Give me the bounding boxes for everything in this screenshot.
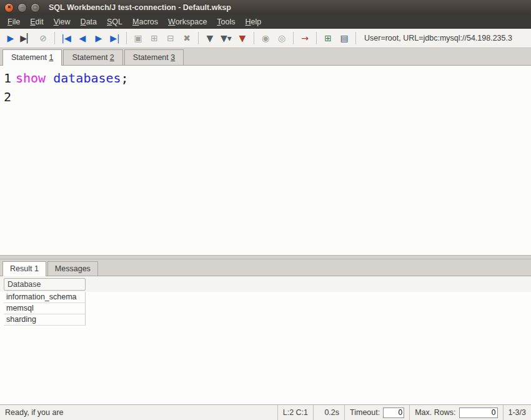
minimize-button[interactable]: – xyxy=(17,3,27,12)
timeout-input[interactable] xyxy=(383,408,404,418)
table-cell[interactable]: information_schema xyxy=(4,292,86,303)
execute-all-button[interactable]: ▶▏ xyxy=(19,31,35,46)
menu-tools[interactable]: Tools xyxy=(212,16,240,28)
max-rows-section: Max. Rows: xyxy=(409,405,502,420)
execute-all-icon: ▶▏ xyxy=(20,34,34,42)
maximize-button[interactable]: ▢ xyxy=(31,3,40,12)
editor-line: 1show databases; xyxy=(0,69,531,88)
menu-help[interactable]: Help xyxy=(241,16,267,28)
toolbar-separator xyxy=(126,32,127,44)
toolbar-separator xyxy=(254,32,254,44)
status-message: Ready, if you are xyxy=(0,405,277,420)
code-token-identifier: databases xyxy=(53,71,121,86)
menu-sql[interactable]: SQL xyxy=(102,16,127,28)
result-tabbar: Result 1Messages xyxy=(0,259,531,276)
execute-statement-button[interactable]: ▶ xyxy=(2,31,19,46)
cancel-execution-icon: ⊘ xyxy=(39,34,47,42)
editor-lines: 1show databases;2 xyxy=(0,69,531,106)
result-table: Database information_schemamemsqlshardin… xyxy=(0,276,531,404)
save-changes-icon: ▣ xyxy=(134,34,142,42)
copy-row-button[interactable]: ⊟ xyxy=(162,31,179,46)
statement-tabbar: Statement 1Statement 2Statement 3 xyxy=(0,48,531,66)
tab-statement-3[interactable]: Statement 3 xyxy=(124,49,184,65)
first-row-button[interactable]: |◀ xyxy=(58,31,74,46)
title-bar: ✖ – ▢ SQL Workbench/J test-connection - … xyxy=(0,0,531,15)
toolbar-separator xyxy=(54,32,55,44)
menu-view[interactable]: View xyxy=(49,16,76,28)
filter-dropdown-icon: ▼▾ xyxy=(221,34,232,42)
tab-statement-1[interactable]: Statement 1 xyxy=(2,49,62,66)
commit-icon: ◉ xyxy=(262,34,269,42)
last-row-button[interactable]: ▶| xyxy=(107,31,123,46)
menu-workspace[interactable]: Workspace xyxy=(163,16,212,28)
menu-macros[interactable]: Macros xyxy=(127,16,163,28)
maximize-icon: ▢ xyxy=(33,5,38,10)
max-rows-label: Max. Rows: xyxy=(415,408,455,417)
database-explorer-icon: ▤ xyxy=(340,34,348,42)
commit-button[interactable]: ◉ xyxy=(257,31,274,46)
first-row-icon: |◀ xyxy=(61,34,71,42)
execute-statement-icon: ▶ xyxy=(7,34,14,42)
previous-row-button[interactable]: ◀ xyxy=(74,31,91,46)
result-table-header: Database xyxy=(0,276,531,292)
timeout-label: Timeout: xyxy=(350,408,380,417)
toolbar-buttons: ▶▶▏⊘|◀◀▶▶|▣⊞⊟✖▼▼▾▼◉◎→⊞▤ xyxy=(2,29,359,48)
line-number: 2 xyxy=(4,88,13,106)
copy-row-icon: ⊟ xyxy=(167,34,174,42)
close-icon: ✖ xyxy=(7,5,11,10)
table-row[interactable]: sharding xyxy=(4,314,531,326)
data-pumper-button[interactable]: ⊞ xyxy=(320,31,336,46)
row-range: 1-3/3 xyxy=(503,405,531,420)
table-cell[interactable]: memsql xyxy=(4,303,86,314)
line-number: 1 xyxy=(4,69,13,88)
status-bar: Ready, if you are L:2 C:1 0.2s Timeout: … xyxy=(0,404,531,420)
save-changes-button[interactable]: ▣ xyxy=(130,31,146,46)
result-table-body: information_schemamemsqlsharding xyxy=(4,292,531,326)
insert-row-button[interactable]: ⊞ xyxy=(146,31,162,46)
remove-filter-button[interactable]: ▼ xyxy=(234,31,251,46)
toolbar-separator xyxy=(293,32,294,44)
last-row-icon: ▶| xyxy=(110,34,119,42)
table-cell[interactable]: sharding xyxy=(4,314,86,326)
code-token-plain: ; xyxy=(121,71,129,86)
filter-dropdown-button[interactable]: ▼▾ xyxy=(218,31,234,46)
menu-edit[interactable]: Edit xyxy=(25,16,49,28)
toolbar-separator xyxy=(316,32,317,44)
next-row-button[interactable]: ▶ xyxy=(91,31,107,46)
editor-line: 2 xyxy=(0,88,531,106)
toolbar-separator xyxy=(198,32,199,44)
tab-result-1[interactable]: Result 1 xyxy=(2,261,46,276)
timeout-section: Timeout: xyxy=(344,405,409,420)
data-pumper-icon: ⊞ xyxy=(324,34,332,42)
close-button[interactable]: ✖ xyxy=(4,3,14,12)
cursor-position: L:2 C:1 xyxy=(277,405,313,420)
menu-data[interactable]: Data xyxy=(76,16,102,28)
export-result-button[interactable]: → xyxy=(297,31,313,46)
filter-button[interactable]: ▼ xyxy=(202,31,218,46)
next-row-icon: ▶ xyxy=(96,34,102,42)
rollback-icon: ◎ xyxy=(278,34,285,42)
table-row[interactable]: information_schema xyxy=(4,292,531,303)
tab-statement-2[interactable]: Statement 2 xyxy=(63,49,122,65)
rollback-button[interactable]: ◎ xyxy=(274,31,290,46)
column-header[interactable]: Database xyxy=(4,278,86,291)
max-rows-input[interactable] xyxy=(459,408,498,418)
cancel-execution-button[interactable]: ⊘ xyxy=(35,31,51,46)
app-window: ✖ – ▢ SQL Workbench/J test-connection - … xyxy=(0,0,531,420)
code-token-keyword: show xyxy=(16,71,46,86)
toolbar-separator xyxy=(355,32,356,44)
splitter[interactable] xyxy=(0,255,531,259)
minimize-icon: – xyxy=(21,5,23,10)
previous-row-icon: ◀ xyxy=(79,34,86,42)
tab-messages[interactable]: Messages xyxy=(47,261,98,276)
database-explorer-button[interactable]: ▤ xyxy=(336,31,352,46)
delete-row-icon: ✖ xyxy=(183,34,191,42)
menu-file[interactable]: File xyxy=(2,16,25,28)
insert-row-icon: ⊞ xyxy=(151,34,158,42)
code-token-plain xyxy=(46,71,53,86)
delete-row-button[interactable]: ✖ xyxy=(179,31,195,46)
sql-editor[interactable]: 1show databases;2 xyxy=(0,66,531,255)
remove-filter-icon: ▼ xyxy=(239,34,246,42)
table-row[interactable]: memsql xyxy=(4,303,531,314)
menu-bar: FileEditViewDataSQLMacrosWorkspaceToolsH… xyxy=(0,15,531,29)
